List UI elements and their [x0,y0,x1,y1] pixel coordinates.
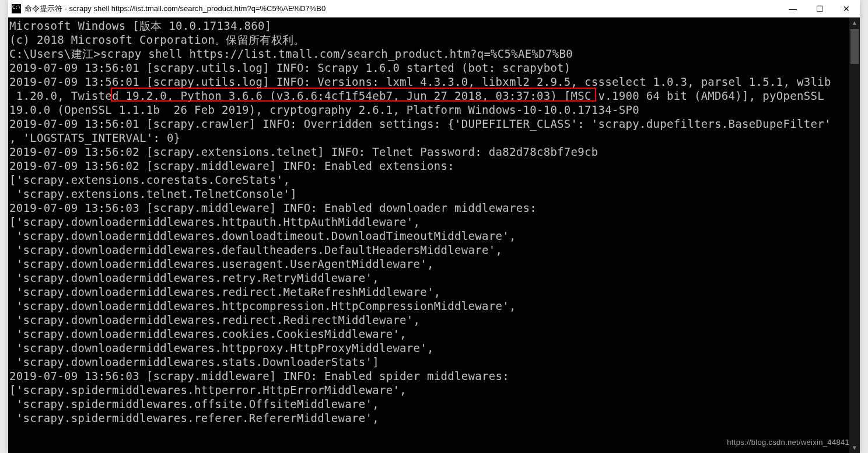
scroll-thumb[interactable] [850,29,859,64]
titlebar[interactable]: 命令提示符 - scrapy shell https://list.tmall.… [8,0,860,18]
terminal-line: Microsoft Windows [版本 10.0.17134.860] [9,19,860,33]
terminal-line: 1.20.0, Twisted 19.2.0, Python 3.6.6 (v3… [9,89,860,103]
command-prompt-window: 命令提示符 - scrapy shell https://list.tmall.… [8,0,860,453]
close-button[interactable]: ✕ [833,0,860,17]
scroll-up-icon[interactable]: ▲ [849,18,860,28]
terminal-line: 2019-07-09 13:56:01 [scrapy.crawler] INF… [9,117,860,131]
terminal-line: 'scrapy.downloadermiddlewares.stats.Down… [9,355,860,369]
terminal-output[interactable]: Microsoft Windows [版本 10.0.17134.860](c)… [8,18,860,453]
terminal-line: 'scrapy.spidermiddlewares.referer.Refere… [9,411,860,425]
terminal-line: 'scrapy.downloadermiddlewares.redirect.M… [9,285,860,299]
terminal-line: 'scrapy.downloadermiddlewares.retry.Retr… [9,271,860,285]
terminal-line: C:\Users\建江>scrapy shell https://list.tm… [9,47,860,61]
terminal-line: 19.0.0 (OpenSSL 1.1.1b 26 Feb 2019), cry… [9,103,860,117]
prompt-prefix: C:\Users\建江> [9,47,100,60]
entered-command: scrapy shell https://list.tmall.com/sear… [100,47,573,60]
terminal-line: 'scrapy.downloadermiddlewares.useragent.… [9,257,860,271]
terminal-line: 'scrapy.downloadermiddlewares.httpcompre… [9,299,860,313]
terminal-line: 'scrapy.downloadermiddlewares.downloadti… [9,229,860,243]
terminal-line: 2019-07-09 13:56:03 [scrapy.middleware] … [9,369,860,383]
window-controls: — ☐ ✕ [779,0,860,17]
background-right-strip [860,0,868,453]
terminal-line: ['scrapy.downloadermiddlewares.httpauth.… [9,215,860,229]
cmd-icon [12,4,21,13]
maximize-button[interactable]: ☐ [806,0,833,17]
terminal-line: (c) 2018 Microsoft Corporation。保留所有权利。 [9,33,860,47]
terminal-line: 'scrapy.downloadermiddlewares.redirect.R… [9,313,860,327]
terminal-line: ['scrapy.extensions.corestats.CoreStats'… [9,173,860,187]
terminal-line: 2019-07-09 13:56:02 [scrapy.extensions.t… [9,145,860,159]
terminal-line: 'scrapy.spidermiddlewares.offsite.Offsit… [9,397,860,411]
terminal-line: 2019-07-09 13:56:03 [scrapy.middleware] … [9,201,860,215]
terminal-line: 'scrapy.downloadermiddlewares.cookies.Co… [9,327,860,341]
terminal-line: , 'LOGSTATS_INTERVAL': 0} [9,131,860,145]
terminal-line: 2019-07-09 13:56:02 [scrapy.middleware] … [9,159,860,173]
background-left-strip [0,0,7,453]
terminal-line: 'scrapy.downloadermiddlewares.defaulthea… [9,243,860,257]
terminal-line: 'scrapy.extensions.telnet.TelnetConsole'… [9,187,860,201]
minimize-button[interactable]: — [779,0,806,17]
terminal-line: ['scrapy.spidermiddlewares.httperror.Htt… [9,383,860,397]
terminal-line: 2019-07-09 13:56:01 [scrapy.utils.log] I… [9,61,860,75]
vertical-scrollbar[interactable]: ▲ ▼ [849,18,860,453]
terminal-line: 'scrapy.downloadermiddlewares.httpproxy.… [9,341,860,355]
scroll-down-icon[interactable]: ▼ [849,442,860,453]
terminal-line: 2019-07-09 13:56:01 [scrapy.utils.log] I… [9,75,860,89]
watermark-text: https://blog.csdn.net/weixin_44841 [727,435,849,449]
window-title: 命令提示符 - scrapy shell https://list.tmall.… [24,4,779,14]
